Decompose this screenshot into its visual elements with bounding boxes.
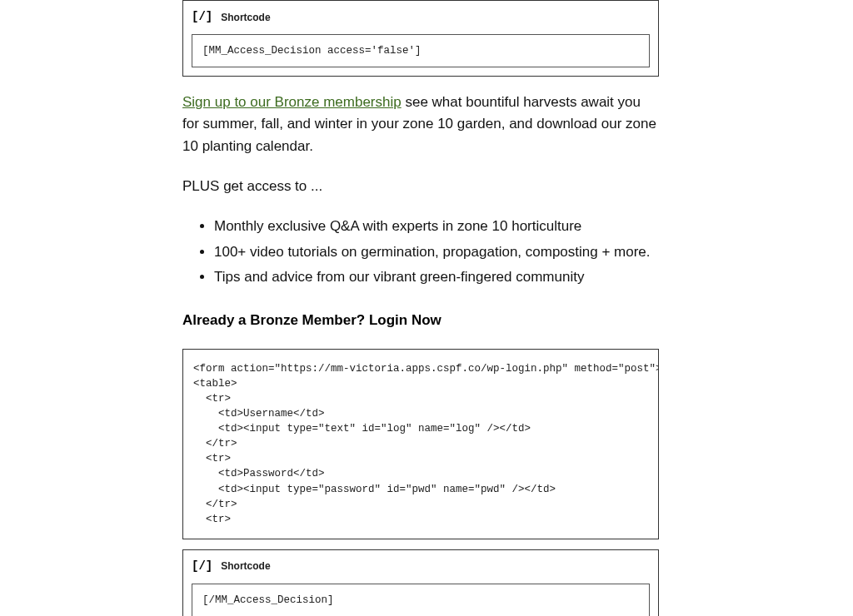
shortcode-block-2: [/] Shortcode [/MM_Access_Decision] <box>182 549 659 616</box>
shortcode-block-1: [/] Shortcode [MM_Access_Decision access… <box>182 0 659 77</box>
paragraph-2: PLUS get access to ... <box>182 176 659 197</box>
shortcode-label: Shortcode <box>221 559 270 574</box>
shortcode-input[interactable]: [/MM_Access_Decision] <box>192 584 650 616</box>
signup-link[interactable]: Sign up to our Bronze membership <box>182 94 402 110</box>
list-item: Monthly exclusive Q&A with experts in zo… <box>214 216 659 237</box>
shortcode-icon: [/] <box>192 8 212 27</box>
login-subhead: Already a Bronze Member? Login Now <box>182 310 659 331</box>
shortcode-input[interactable]: [MM_Access_Decision access='false'] <box>192 34 650 67</box>
shortcode-label: Shortcode <box>221 10 270 26</box>
list-item: Tips and advice from our vibrant green-f… <box>214 266 659 288</box>
shortcode-header: [/] Shortcode <box>192 558 650 576</box>
paragraph-1: Sign up to our Bronze membership see wha… <box>182 92 659 157</box>
list-item: 100+ video tutorials on germination, pro… <box>214 241 659 263</box>
shortcode-icon: [/] <box>192 558 212 576</box>
benefits-list: Monthly exclusive Q&A with experts in zo… <box>182 216 659 288</box>
shortcode-header: [/] Shortcode <box>192 8 650 27</box>
html-code-block: <form action="https://mm-victoria.apps.c… <box>182 349 659 539</box>
